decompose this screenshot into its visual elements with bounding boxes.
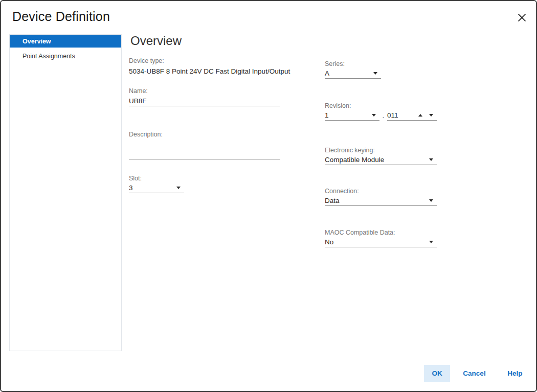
- connection-value: Data: [325, 197, 340, 204]
- description-label: Description:: [129, 131, 280, 138]
- maoc-compatible-data-field: MAOC Compatible Data: No: [325, 229, 437, 247]
- series-label: Series:: [325, 60, 381, 67]
- slot-field: Slot: 3: [129, 175, 184, 193]
- device-type-label: Device type:: [129, 57, 303, 64]
- chevron-down-icon[interactable]: [429, 199, 433, 202]
- revision-major-value: 1: [325, 111, 329, 119]
- chevron-down-icon[interactable]: [373, 72, 377, 75]
- maoc-compatible-data-value: No: [325, 238, 333, 246]
- revision-separator: .: [379, 112, 387, 121]
- spinner-up-icon[interactable]: [418, 114, 422, 117]
- electronic-keying-dropdown[interactable]: Compatible Module: [325, 154, 437, 165]
- name-label: Name:: [129, 87, 280, 95]
- revision-minor-value: 011: [387, 111, 398, 119]
- device-type-field: Device type: 5034-UB8F 8 Point 24V DC Fa…: [129, 57, 303, 76]
- revision-label: Revision:: [325, 102, 437, 109]
- electronic-keying-field: Electronic keying: Compatible Module: [325, 147, 437, 165]
- name-field: Name: UB8F: [129, 87, 280, 106]
- electronic-keying-value: Compatible Module: [325, 156, 384, 164]
- maoc-compatible-data-dropdown[interactable]: No: [325, 237, 437, 247]
- device-definition-dialog: Device Definition Overview Point Assignm…: [0, 0, 537, 392]
- connection-label: Connection:: [325, 188, 437, 195]
- electronic-keying-label: Electronic keying:: [325, 147, 437, 154]
- chevron-down-icon[interactable]: [429, 241, 433, 243]
- sidebar-item-point-assignments[interactable]: Point Assignments: [10, 50, 121, 62]
- dialog-title: Device Definition: [12, 9, 110, 24]
- ok-button[interactable]: OK: [424, 365, 450, 382]
- chevron-down-icon[interactable]: [176, 187, 181, 189]
- page-title: Overview: [130, 34, 182, 48]
- maoc-compatible-data-label: MAOC Compatible Data:: [325, 229, 437, 236]
- series-dropdown[interactable]: A: [325, 68, 381, 79]
- close-icon: [518, 13, 526, 22]
- device-type-value: 5034-UB8F 8 Point 24V DC Fast Digital In…: [129, 67, 290, 75]
- connection-dropdown[interactable]: Data: [325, 195, 437, 206]
- cancel-button[interactable]: Cancel: [455, 365, 494, 382]
- close-button[interactable]: [514, 10, 529, 25]
- sidebar-item-label: Overview: [23, 38, 51, 45]
- slot-label: Slot:: [129, 175, 184, 182]
- revision-major-dropdown[interactable]: 1: [325, 110, 379, 121]
- help-button[interactable]: Help: [498, 365, 532, 382]
- description-field: Description:: [129, 131, 280, 159]
- revision-field: Revision: 1 . 011: [325, 102, 437, 121]
- name-value: UB8F: [129, 97, 147, 105]
- chevron-down-icon[interactable]: [429, 158, 433, 161]
- series-field: Series: A: [325, 60, 381, 79]
- slot-value: 3: [129, 184, 133, 192]
- series-value: A: [325, 70, 329, 77]
- device-type-value-row: 5034-UB8F 8 Point 24V DC Fast Digital In…: [129, 66, 303, 76]
- sidebar-item-label: Point Assignments: [23, 53, 75, 60]
- sidebar-item-overview[interactable]: Overview: [10, 35, 121, 48]
- name-input[interactable]: UB8F: [129, 96, 280, 106]
- revision-controls: 1 . 011: [325, 110, 437, 121]
- revision-minor-spinner[interactable]: 011: [387, 110, 437, 121]
- description-input[interactable]: [129, 149, 280, 159]
- connection-field: Connection: Data: [325, 188, 437, 206]
- spinner-down-icon[interactable]: [429, 114, 433, 117]
- chevron-down-icon[interactable]: [372, 114, 376, 117]
- sidebar: Overview Point Assignments: [9, 34, 122, 351]
- slot-dropdown[interactable]: 3: [129, 182, 184, 193]
